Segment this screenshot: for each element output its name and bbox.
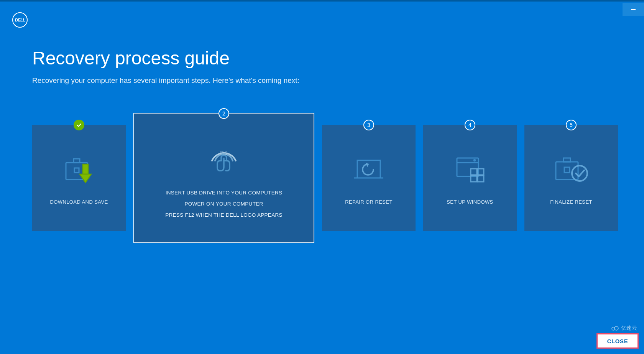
step-card-repair[interactable]: 3 REPAIR OR RESET: [322, 125, 416, 231]
step-number: 2: [222, 110, 225, 117]
step-number-badge: 3: [363, 120, 374, 130]
step-instructions: INSERT USB DRIVE INTO YOUR COMPUTERS POW…: [165, 190, 283, 218]
svg-rect-3: [74, 168, 79, 173]
svg-rect-11: [471, 169, 477, 175]
step-number-badge: 5: [566, 120, 577, 130]
instruction-line: POWER ON YOUR COMPUTER: [184, 201, 263, 207]
close-label: CLOSE: [607, 338, 628, 344]
svg-rect-16: [564, 158, 570, 162]
content-area: Recovery process guide Recovering your c…: [32, 48, 612, 85]
page-subtitle: Recovering your computer has several imp…: [32, 76, 612, 85]
svg-rect-15: [556, 162, 578, 179]
repair-reset-icon: [350, 150, 388, 189]
steps-row: DOWNLOAD AND SAVE 2 F12: [32, 113, 642, 243]
svg-point-18: [572, 166, 587, 181]
step-number: 5: [570, 122, 573, 128]
watermark-text: 亿速云: [621, 325, 637, 332]
watermark: 亿速云: [611, 325, 637, 332]
step-label: DOWNLOAD AND SAVE: [50, 199, 108, 206]
brand-label: DELL: [15, 18, 25, 22]
close-button[interactable]: CLOSE: [596, 333, 639, 349]
finalize-icon: [552, 150, 590, 189]
titlebar: [623, 3, 644, 16]
page-title: Recovery process guide: [32, 48, 612, 69]
press-f12-icon: F12: [201, 138, 247, 181]
step-label: FINALIZE RESET: [550, 199, 592, 206]
step-done-badge: [74, 120, 84, 130]
step-card-download[interactable]: DOWNLOAD AND SAVE: [32, 125, 126, 231]
step-number: 4: [468, 122, 472, 128]
step-label: SET UP WINDOWS: [447, 199, 493, 206]
windows-setup-icon: [451, 150, 489, 189]
minimize-icon: [631, 7, 636, 12]
check-icon: [76, 122, 82, 128]
watermark-icon: [611, 326, 619, 331]
download-icon: [60, 150, 98, 189]
step-label: REPAIR OR RESET: [345, 199, 393, 206]
window-frame: DELL Recovery process guide Recovering y…: [0, 0, 644, 354]
step-card-setup[interactable]: 4 SET UP WINDOWS: [423, 125, 517, 231]
step-number: 3: [367, 122, 370, 128]
minimize-button[interactable]: [623, 3, 644, 16]
svg-rect-17: [564, 167, 570, 173]
instruction-line: PRESS F12 WHEN THE DELL LOGO APPEARS: [165, 212, 283, 218]
step-card-finalize[interactable]: 5 FINALIZE RESET: [524, 125, 618, 231]
svg-rect-0: [631, 9, 636, 10]
instruction-line: INSERT USB DRIVE INTO YOUR COMPUTERS: [166, 190, 283, 196]
step-number-badge: 2: [219, 108, 229, 119]
step-number-badge: 4: [465, 120, 475, 130]
svg-rect-4: [83, 164, 88, 174]
step-card-boot[interactable]: 2 F12 INSERT USB DRIVE INTO: [133, 113, 314, 243]
svg-rect-2: [74, 159, 80, 163]
brand-logo: DELL: [12, 12, 28, 28]
svg-point-10: [474, 160, 475, 161]
